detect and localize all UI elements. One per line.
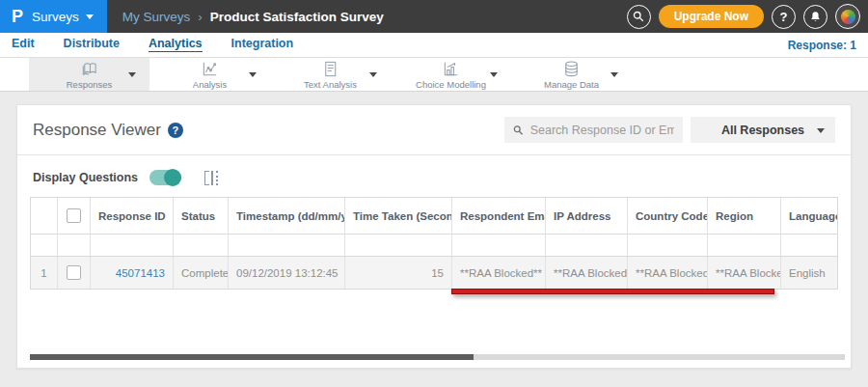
viewer-controls: All Responses — [504, 117, 835, 143]
responses-dropdown-caret-icon[interactable] — [128, 72, 136, 77]
filter-cell[interactable] — [91, 235, 174, 257]
response-viewer-header: Response Viewer ? All Responses — [17, 105, 851, 155]
response-viewer-card: Response Viewer ? All Responses Display … — [16, 104, 852, 369]
upgrade-now-button[interactable]: Upgrade Now — [659, 5, 764, 28]
header-checkbox-cell — [58, 198, 91, 235]
response-search-box[interactable] — [504, 117, 683, 143]
filter-cell[interactable] — [628, 235, 708, 257]
toolbar-item-analysis[interactable]: Analysis — [149, 58, 270, 91]
survey-nav: Edit Distribute Analytics Integration Re… — [0, 33, 868, 58]
page-title: Response Viewer — [33, 121, 161, 140]
row-number: 1 — [31, 257, 58, 289]
header-time-taken[interactable]: Time Taken (Seconds) — [345, 198, 452, 235]
filter-cell[interactable] — [708, 235, 781, 257]
toolbar-item-text-analysis[interactable]: Text Analysis — [270, 58, 391, 91]
toolbar-label-manage-data: Manage Data — [544, 79, 599, 90]
tab-edit[interactable]: Edit — [12, 38, 35, 52]
breadcrumb-separator: › — [198, 10, 202, 24]
row-checkbox-cell — [58, 257, 91, 289]
header-rownum — [31, 198, 58, 235]
header-timestamp[interactable]: Timestamp (dd/mm/yyyy) — [229, 198, 345, 235]
cell-respondent-email: **RAA Blocked** — [452, 257, 546, 289]
toolbar-item-choice-modelling[interactable]: Choice Modelling — [391, 58, 511, 91]
user-avatar[interactable] — [835, 4, 860, 29]
topbar-actions: Upgrade Now ? — [627, 4, 868, 29]
red-annotation-highlight — [451, 289, 774, 294]
header-region: Region — [708, 198, 781, 235]
select-all-checkbox[interactable] — [67, 208, 81, 223]
search-input[interactable] — [530, 124, 674, 137]
horizontal-scrollbar-track[interactable] — [30, 354, 845, 360]
toggle-knob — [164, 169, 181, 186]
cell-timestamp: 09/12/2019 13:12:45 — [229, 257, 345, 289]
filter-cell[interactable] — [546, 235, 628, 257]
surveys-menu[interactable]: Surveys — [32, 10, 94, 24]
breadcrumb: My Surveys › Product Satisfaction Survey — [122, 10, 384, 24]
topbar: P Surveys My Surveys › Product Satisfact… — [0, 0, 868, 33]
breadcrumb-current-survey: Product Satisfaction Survey — [210, 10, 384, 24]
toolbar-label-analysis: Analysis — [193, 79, 227, 90]
filter-cell[interactable] — [174, 235, 229, 257]
choice-modelling-icon — [442, 60, 460, 78]
header-response-id[interactable]: Response ID — [91, 198, 174, 235]
search-icon — [513, 124, 524, 136]
cell-country-code: **RAA Blocked** — [628, 257, 708, 289]
manage-data-dropdown-caret-icon[interactable] — [610, 72, 618, 77]
bell-icon — [809, 11, 822, 23]
cell-time-taken: 15 — [345, 257, 452, 289]
toolbar-label-text-analysis: Text Analysis — [304, 79, 357, 90]
table-row: 1 45071413 Completed 09/12/2019 13:12:45… — [31, 257, 837, 289]
header-country-code: Country Code — [628, 198, 708, 235]
responses-table: Response ID Status Timestamp (dd/mm/yyyy… — [30, 197, 838, 290]
text-analysis-icon — [321, 60, 339, 78]
search-button[interactable] — [627, 5, 651, 29]
header-status: Status — [174, 198, 229, 235]
viewer-help-icon[interactable]: ? — [168, 123, 183, 138]
filter-cell[interactable] — [452, 235, 546, 257]
toolbar-label-choice-modelling: Choice Modelling — [416, 79, 486, 90]
chevron-down-icon — [86, 14, 94, 19]
tab-analytics[interactable]: Analytics — [149, 38, 203, 53]
analysis-icon — [201, 60, 219, 78]
table-filter-row — [31, 235, 837, 257]
cell-response-id: 45071413 — [91, 257, 174, 289]
text-analysis-dropdown-caret-icon[interactable] — [369, 72, 377, 77]
page-background: Response Viewer ? All Responses Display … — [0, 92, 868, 387]
analysis-dropdown-caret-icon[interactable] — [249, 72, 257, 77]
display-questions-toggle[interactable] — [149, 170, 181, 185]
choice-modelling-dropdown-caret-icon[interactable] — [490, 72, 498, 77]
header-ip-address: IP Address — [546, 198, 628, 235]
responses-icon — [80, 60, 98, 78]
help-button[interactable]: ? — [772, 5, 796, 29]
toolbar-label-responses: Responses — [67, 79, 113, 90]
horizontal-scrollbar-thumb[interactable] — [30, 354, 474, 360]
table-controls-row: Display Questions — [17, 155, 851, 194]
manage-data-icon — [562, 60, 581, 78]
cell-language: English — [781, 257, 837, 289]
filter-cell — [31, 235, 58, 257]
filter-cell[interactable] — [229, 235, 345, 257]
cell-status: Completed — [174, 257, 229, 289]
toolbar-item-manage-data[interactable]: Manage Data — [511, 58, 632, 91]
tab-integration[interactable]: Integration — [231, 38, 294, 52]
row-select-checkbox[interactable] — [67, 265, 81, 280]
toolbar-item-responses[interactable]: Responses — [29, 58, 149, 91]
app-logo-menu[interactable]: P Surveys — [0, 0, 107, 33]
table-header-row: Response ID Status Timestamp (dd/mm/yyyy… — [31, 198, 837, 235]
notifications-button[interactable] — [803, 5, 827, 29]
tab-distribute[interactable]: Distribute — [64, 38, 120, 52]
surveys-menu-label: Surveys — [32, 10, 79, 24]
freeze-columns-icon[interactable] — [204, 171, 218, 185]
filter-cell[interactable] — [781, 235, 837, 257]
search-icon — [633, 11, 644, 22]
display-questions-label: Display Questions — [33, 171, 138, 184]
all-responses-dropdown[interactable]: All Responses — [691, 117, 835, 143]
filter-cell — [58, 235, 91, 257]
filter-cell[interactable] — [345, 235, 452, 257]
breadcrumb-my-surveys[interactable]: My Surveys — [122, 10, 191, 24]
all-responses-selected-value: All Responses — [721, 124, 804, 137]
header-language: Language — [781, 198, 837, 235]
response-id-link[interactable]: 45071413 — [116, 267, 165, 279]
header-respondent-email: Respondent Email — [452, 198, 546, 235]
chevron-down-icon — [817, 128, 825, 133]
